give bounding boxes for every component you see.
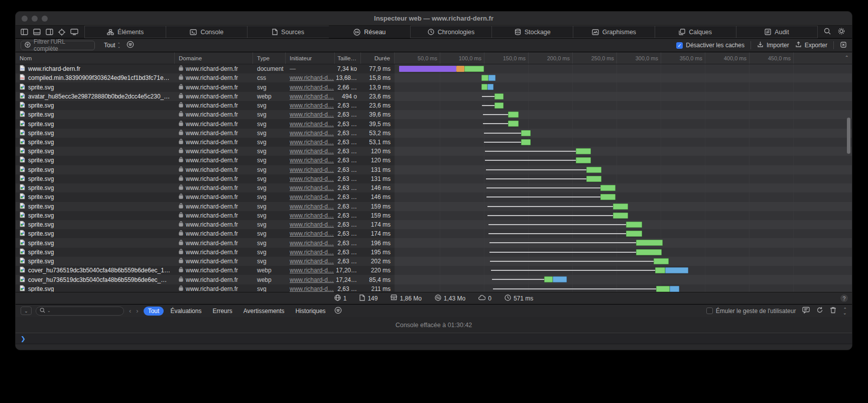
filter-options-icon[interactable] — [127, 41, 134, 50]
console-filter-erreurs[interactable]: Erreurs — [208, 307, 236, 316]
console-reload-icon[interactable] — [816, 307, 823, 315]
console-scope-icon[interactable]: ⌄ — [21, 307, 32, 315]
table-row[interactable]: sprite.svg www.richard-dern.fr svg www.r… — [16, 129, 852, 138]
minimize-window-button[interactable] — [32, 16, 38, 22]
table-row[interactable]: sprite.svg www.richard-dern.fr svg www.r… — [16, 110, 852, 119]
table-row[interactable]: avatar_hu85ecc3e298728880b0bde2dcc4e5c23… — [16, 92, 852, 101]
tab-storage[interactable]: Stockage — [491, 26, 573, 38]
initiator-link[interactable]: www.richard-d… — [290, 139, 334, 146]
table-row[interactable]: cover_hu736519dc3b5040cfa48b6b559b6de6ec… — [16, 266, 852, 275]
initiator-link[interactable]: www.richard-d… — [290, 121, 334, 128]
initiator-link[interactable]: www.richard-d… — [290, 111, 334, 118]
table-row[interactable]: sprite.svg www.richard-dern.fr svg www.r… — [16, 211, 852, 220]
table-row[interactable]: sprite.svg www.richard-dern.fr svg www.r… — [16, 119, 852, 128]
initiator-link[interactable]: www.richard-d… — [290, 130, 334, 137]
device-settings-icon[interactable] — [70, 29, 78, 35]
expand-console-icon[interactable]: ⌃⌃ — [843, 308, 847, 314]
gear-icon[interactable] — [838, 28, 845, 37]
initiator-link[interactable]: www.richard-d… — [290, 267, 334, 274]
initiator-link[interactable]: www.richard-d… — [290, 276, 334, 283]
table-row[interactable]: sprite.svg www.richard-dern.fr svg www.r… — [16, 183, 852, 192]
search-icon[interactable] — [824, 28, 831, 37]
console-options-icon[interactable] — [334, 307, 342, 316]
initiator-link[interactable]: www.richard-d… — [290, 148, 334, 155]
console-filter-avertissements[interactable]: Avertissements — [239, 307, 289, 316]
dock-bottom-icon[interactable] — [33, 29, 41, 35]
tab-console[interactable]: Console — [166, 26, 247, 38]
column-header-size[interactable]: Taille… — [335, 52, 361, 64]
table-row[interactable]: sprite.svg www.richard-dern.fr svg www.r… — [16, 192, 852, 201]
help-icon[interactable]: ? — [840, 294, 848, 302]
console-trash-icon[interactable] — [830, 307, 836, 315]
import-button[interactable]: Importer — [757, 41, 789, 49]
column-header-name[interactable]: Nom — [16, 52, 175, 64]
table-row[interactable]: sprite.svg www.richard-dern.fr svg www.r… — [16, 284, 852, 292]
initiator-link[interactable]: www.richard-d… — [290, 84, 334, 91]
column-header-duration[interactable]: Durée — [361, 52, 395, 64]
export-button[interactable]: Exporter — [795, 41, 827, 49]
table-row[interactable]: sprite.svg www.richard-dern.fr svg www.r… — [16, 156, 852, 165]
initiator-link[interactable]: www.richard-d… — [290, 221, 334, 228]
column-header-initiator[interactable]: Initiateur — [286, 52, 335, 64]
table-row[interactable]: sprite.svg www.richard-dern.fr svg www.r… — [16, 229, 852, 238]
tab-audit[interactable]: Audit — [736, 26, 818, 38]
table-row[interactable]: sprite.svg www.richard-dern.fr svg www.r… — [16, 248, 852, 257]
initiator-link[interactable]: www.richard-d… — [290, 102, 334, 109]
scroll-up-icon[interactable]: ⌃ — [845, 55, 849, 60]
initiator-link[interactable]: www.richard-d… — [290, 74, 334, 81]
dock-right-icon[interactable] — [46, 29, 53, 35]
initiator-link[interactable]: www.richard-d… — [290, 258, 334, 265]
table-row[interactable]: sprite.svg www.richard-dern.fr svg www.r… — [16, 101, 852, 110]
console-messages-icon[interactable] — [802, 307, 810, 315]
table-row[interactable]: cover_hu736519dc3b5040cfa48b6b559b6de6ec… — [16, 275, 852, 284]
console-filter-historiques[interactable]: Historiques — [291, 307, 330, 316]
console-back-icon[interactable]: ‹ — [129, 307, 131, 315]
initiator-link[interactable]: www.richard-d… — [290, 240, 334, 247]
element-picker-icon[interactable] — [58, 29, 65, 36]
tab-timelines[interactable]: Chronologies — [410, 26, 491, 38]
tab-network[interactable]: Réseau — [329, 26, 410, 38]
console-search-input[interactable]: ⌄ — [36, 307, 124, 316]
tab-sources[interactable]: Sources — [247, 26, 328, 38]
initiator-link[interactable]: www.richard-d… — [290, 175, 334, 182]
initiator-link[interactable]: www.richard-d… — [290, 157, 334, 164]
initiator-link[interactable]: www.richard-d… — [290, 212, 334, 219]
table-row[interactable]: sprite.svg www.richard-dern.fr svg www.r… — [16, 238, 852, 247]
tab-graphics[interactable]: Graphismes — [573, 26, 654, 38]
initiator-link[interactable]: www.richard-d… — [290, 184, 334, 191]
initiator-link[interactable]: www.richard-d… — [290, 193, 334, 200]
column-header-domain[interactable]: Domaine — [175, 52, 253, 64]
vertical-scrollbar-thumb[interactable] — [847, 118, 850, 154]
table-row[interactable]: sprite.svg www.richard-dern.fr svg www.r… — [16, 138, 852, 147]
dock-left-icon[interactable] — [21, 29, 28, 35]
table-row[interactable]: sprite.svg www.richard-dern.fr svg www.r… — [16, 165, 852, 174]
table-row[interactable]: sprite.svg www.richard-dern.fr svg www.r… — [16, 202, 852, 211]
initiator-link[interactable]: www.richard-d… — [290, 203, 334, 210]
initiator-link[interactable]: www.richard-d… — [290, 166, 334, 173]
resource-scope-select[interactable]: Tout ⌃⌃ — [104, 42, 120, 49]
table-row[interactable]: <> www.richard-dern.fr www.richard-dern.… — [16, 64, 852, 73]
console-prompt-row[interactable]: ❯ — [16, 333, 852, 344]
table-row[interactable]: sprite.svg www.richard-dern.fr svg www.r… — [16, 147, 852, 156]
disable-caches-checkbox[interactable]: ✓ Désactiver les caches — [676, 42, 745, 49]
console-filter-évaluations[interactable]: Évaluations — [166, 307, 206, 316]
initiator-link[interactable]: www.richard-d… — [290, 230, 334, 237]
initiator-link[interactable]: www.richard-d… — [290, 285, 334, 292]
console-forward-icon[interactable]: › — [136, 307, 138, 315]
console-filter-tout[interactable]: Tout — [144, 307, 164, 316]
table-row[interactable]: sprite.svg www.richard-dern.fr svg www.r… — [16, 82, 852, 91]
tab-elements[interactable]: Éléments — [84, 26, 166, 38]
url-filter-input[interactable]: Filtrer l'URL complète — [21, 41, 95, 50]
table-row[interactable]: sprite.svg www.richard-dern.fr svg www.r… — [16, 220, 852, 229]
zoom-window-button[interactable] — [42, 16, 48, 22]
emulate-user-gesture-checkbox[interactable]: ✓ Émuler le geste de l'utilisateur — [706, 308, 796, 315]
initiator-link[interactable]: www.richard-d… — [290, 249, 334, 256]
table-row[interactable]: css compiled.min.38390909f303624ed9e1cf1… — [16, 73, 852, 82]
tab-layers[interactable]: Calques — [655, 26, 736, 38]
table-row[interactable]: sprite.svg www.richard-dern.fr svg www.r… — [16, 257, 852, 266]
initiator-link[interactable]: www.richard-d… — [290, 93, 334, 100]
clear-network-items-icon[interactable] — [840, 41, 847, 50]
column-header-type[interactable]: Type — [253, 52, 286, 64]
close-window-button[interactable] — [22, 16, 28, 22]
table-row[interactable]: sprite.svg www.richard-dern.fr svg www.r… — [16, 174, 852, 183]
